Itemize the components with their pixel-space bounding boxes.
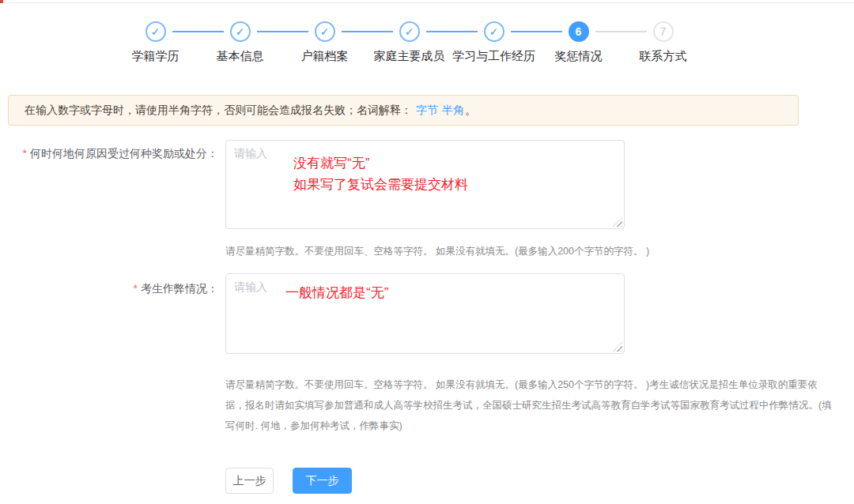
required-asterisk: * (134, 282, 138, 295)
step-label: 基本信息 (217, 49, 264, 64)
check-icon: ✓ (145, 21, 166, 42)
step-label: 联系方式 (640, 49, 687, 64)
step-connector (257, 31, 308, 32)
step-number-badge: 7 (653, 21, 674, 42)
check-icon: ✓ (484, 21, 504, 42)
step-household-archive: ✓ 户籍档案 (282, 21, 367, 64)
corner-artifact (0, 0, 3, 3)
next-step-button[interactable]: 下一步 (293, 468, 352, 494)
check-icon: ✓ (315, 21, 335, 42)
required-asterisk: * (23, 147, 27, 160)
registration-wizard-page: ✓ 学籍学历 ✓ 基本信息 ✓ 户籍档案 ✓ 家庭主要成员 ✓ 学习与工作经历 … (0, 0, 854, 504)
notice-text: 在输入数字或字母时，请使用半角字符，否则可能会造成报名失败；名词解释： (25, 103, 412, 118)
step-connector (172, 31, 224, 32)
wizard-stepper: ✓ 学籍学历 ✓ 基本信息 ✓ 户籍档案 ✓ 家庭主要成员 ✓ 学习与工作经历 … (113, 21, 705, 64)
rewards-helper-text: 请尽量精简字数。不要使用回车、空格等字符。 如果没有就填无。(最多输入200个字… (225, 241, 716, 261)
step-label: 户籍档案 (301, 49, 349, 64)
step-number-badge: 6 (569, 21, 589, 42)
previous-step-button[interactable]: 上一步 (225, 468, 274, 494)
halfwidth-definition-link[interactable]: 半角 (442, 103, 464, 118)
step-label: 学籍学历 (132, 49, 179, 64)
halfwidth-warning-banner: 在输入数字或字母时，请使用半角字符，否则可能会造成报名失败；名词解释： 字节 半… (8, 95, 799, 126)
rewards-punishments-textarea[interactable] (225, 140, 625, 229)
step-connector (595, 31, 647, 32)
step-label: 奖惩情况 (555, 49, 603, 64)
step-family-members: ✓ 家庭主要成员 (367, 21, 452, 64)
step-connector (511, 31, 562, 32)
step-contact-info: 7 联系方式 (621, 21, 705, 64)
rewards-punishments-label-text: 何时何地何原因受过何种奖励或处分： (30, 147, 218, 160)
step-connector (426, 31, 478, 32)
step-connector (342, 31, 393, 32)
step-label: 家庭主要成员 (374, 49, 445, 64)
check-icon: ✓ (230, 21, 251, 42)
top-divider (0, 2, 854, 3)
check-icon: ✓ (399, 21, 420, 42)
cheating-record-label-text: 考生作弊情况： (141, 282, 218, 295)
step-student-status: ✓ 学籍学历 (113, 21, 198, 64)
step-rewards-punishments: 6 奖惩情况 (536, 21, 621, 64)
rewards-punishments-textarea-wrap: 没有就写“无” 如果写了复试会需要提交材料 (225, 140, 625, 229)
cheating-record-textarea[interactable] (225, 273, 625, 354)
cheating-record-textarea-wrap: 一般情况都是“无” (225, 273, 625, 354)
step-basic-info: ✓ 基本信息 (198, 21, 282, 64)
cheating-helper-text: 请尽量精简字数。不要使用回车。空格等字符。 如果没有就填无。(最多输入250个字… (225, 374, 833, 436)
step-label: 学习与工作经历 (452, 49, 535, 64)
cheating-record-label: *考生作弊情况： (0, 280, 218, 296)
notice-text-end: 。 (465, 103, 476, 118)
byte-definition-link[interactable]: 字节 (416, 103, 438, 118)
rewards-punishments-label: *何时何地何原因受过何种奖励或处分： (0, 145, 218, 161)
step-study-work-history: ✓ 学习与工作经历 (452, 21, 536, 64)
